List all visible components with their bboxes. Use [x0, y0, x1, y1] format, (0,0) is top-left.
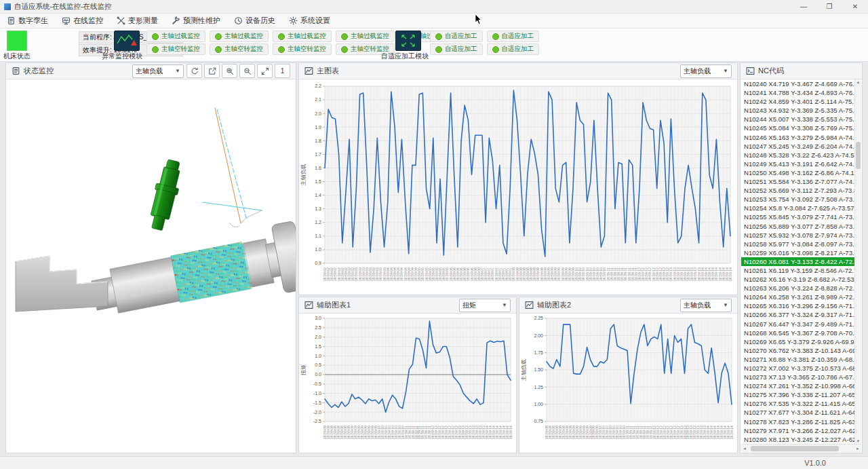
nc-code-line[interactable]: N10259 X6.016 Y-3.098 Z-8.217 A-73.036: [741, 248, 861, 257]
adaptive-machining-button-2[interactable]: 自适应加工: [487, 31, 540, 42]
svg-text:-1.0: -1.0: [313, 391, 321, 396]
nc-code-line[interactable]: N10270 X6.762 Y-3.383 Z-10.143 A-69.34: [741, 346, 861, 355]
scroll-left-icon[interactable]: ◂: [741, 445, 748, 452]
nc-code-line[interactable]: N10277 X7.677 Y-3.304 Z-11.621 A-64.48: [741, 408, 861, 417]
menu-item-device-history[interactable]: 设备历史: [234, 16, 275, 26]
left-panel-signal-dropdown[interactable]: 主轴负载▼: [132, 64, 184, 78]
chevron-down-icon: ▼: [175, 68, 180, 74]
scrollbar-thumb[interactable]: [856, 142, 861, 169]
zoom-out-button[interactable]: [239, 64, 255, 78]
zoom-in-button[interactable]: [222, 64, 237, 78]
nc-code-line[interactable]: N10240 X4.719 Y-3.467 Z-4.669 A-76.396: [741, 79, 861, 88]
nc-code-line[interactable]: N10269 X6.65 Y-3.379 Z-9.926 A-69.947 C: [741, 337, 861, 346]
close-button[interactable]: ✕: [842, 0, 868, 13]
nc-code-line[interactable]: N10280 X8.123 Y-3.245 Z-12.227 A-62.23: [741, 435, 861, 444]
nc-code-line[interactable]: N10261 X6.119 Y-3.159 Z-8.546 A-72.701: [741, 266, 861, 275]
svg-text:0.0: 0.0: [315, 372, 321, 377]
svg-text:-0.5: -0.5: [313, 381, 321, 386]
nc-code-line[interactable]: N10253 X5.754 Y-3.092 Z-7.508 A-73.677: [741, 195, 861, 204]
aux1-chart-panel: 辅助图表1 扭矩▼ -2.5-2.0-1.5-1.0-0.50.00.51.01…: [298, 297, 517, 453]
menu-item-deformation-measure[interactable]: 变形测量: [117, 16, 158, 26]
menu-item-online-monitoring[interactable]: 在线监控: [62, 16, 103, 26]
aux1-signal-dropdown[interactable]: 扭矩▼: [459, 299, 511, 312]
nc-code-line[interactable]: N10257 X5.932 Y-3.078 Z-7.974 A-73.243: [741, 231, 861, 240]
nc-code-line[interactable]: N10279 X7.971 Y-3.266 Z-12.027 A-62.98: [741, 426, 861, 435]
nc-code-line[interactable]: N10278 X7.823 Y-3.286 Z-11.825 A-63.73: [741, 417, 861, 426]
nc-code-line[interactable]: N10260 X6.081 Y-3.133 Z-8.422 A-72.835: [741, 257, 861, 266]
nc-code-panel: NC代码 N10240 X4.719 Y-3.467 Z-4.669 A-76.…: [740, 62, 863, 453]
adaptive-machining-button-1[interactable]: 自适应加工: [430, 31, 483, 42]
adaptive-machining-button-2[interactable]: 自适应加工: [487, 43, 540, 55]
status-dot-icon: [152, 46, 159, 53]
scroll-up-icon[interactable]: ▲: [855, 79, 861, 86]
nc-code-line[interactable]: N10246 X5.163 Y-3.279 Z-5.984 A-74.892: [741, 133, 861, 142]
nc-code-line[interactable]: N10271 X6.88 Y-3.381 Z-10.359 A-68.711: [741, 355, 861, 364]
status-dot-icon: [492, 46, 499, 53]
spindle-idle-button-2[interactable]: 主轴空转监控: [210, 43, 269, 55]
history-icon: [234, 16, 243, 25]
nc-code-line[interactable]: N10243 X4.932 Y-3.369 Z-5.335 A-75.523: [741, 106, 861, 115]
nc-code-line[interactable]: N10273 X7.13 Y-3.365 Z-10.786 A-67.372: [741, 373, 861, 381]
machine-status-indicator: [7, 31, 27, 51]
nc-code-line[interactable]: N10245 X5.084 Y-3.308 Z-5.769 A-75.088: [741, 124, 861, 132]
nc-vertical-scrollbar[interactable]: ▲ ▼: [854, 79, 861, 445]
export-button[interactable]: [204, 64, 220, 78]
nc-code-line[interactable]: N10252 X5.669 Y-3.112 Z-7.293 A-73.844: [741, 186, 861, 195]
spindle-idle-button-1[interactable]: 主轴空转监控: [146, 43, 205, 55]
spindle-overload-button-1[interactable]: 主轴过载监控: [146, 31, 205, 42]
aux2-signal-dropdown[interactable]: 主轴负载▼: [680, 299, 732, 312]
status-monitor-panel: 状态监控 主轴负载▼ 1: [5, 62, 296, 453]
nc-code-line[interactable]: N10267 X6.447 Y-3.347 Z-9.489 A-71.055: [741, 320, 861, 329]
nc-code-line[interactable]: N10274 X7.261 Y-3.352 Z-10.998 A-66.67: [741, 381, 861, 390]
aux2-chart[interactable]: 0.751.001.251.501.752.002.2516:59:0816:5…: [519, 314, 737, 453]
scale-1-button[interactable]: 1: [275, 64, 290, 78]
menu-bar: 数字孪生在线监控变形测量预测性维护设备历史系统设置: [0, 14, 868, 29]
nc-code-line[interactable]: N10247 X5.245 Y-3.249 Z-6.204 A-74.701: [741, 142, 861, 151]
status-dot-icon: [215, 33, 222, 40]
nc-code-line[interactable]: N10263 X6.206 Y-3.224 Z-8.828 A-72.33 C: [741, 284, 861, 293]
nc-code-line[interactable]: N10266 X6.377 Y-3.324 Z-9.317 A-71.443: [741, 310, 861, 319]
fit-button[interactable]: [257, 64, 273, 78]
svg-text:1.2: 1.2: [315, 220, 321, 225]
scrollbar-thumb[interactable]: [751, 446, 839, 451]
nc-code-line[interactable]: N10251 X5.584 Y-3.136 Z-7.077 A-74.012: [741, 177, 861, 186]
svg-text:1.5: 1.5: [315, 344, 321, 349]
menu-item-system-settings[interactable]: 系统设置: [289, 16, 330, 26]
minimize-button[interactable]: —: [791, 0, 816, 13]
nc-code-line[interactable]: N10249 X5.413 Y-3.191 Z-6.642 A-74.346: [741, 160, 861, 168]
nc-code-line[interactable]: N10265 X6.316 Y-3.296 Z-9.156 A-71.771: [741, 301, 861, 310]
spindle-overload-button-3[interactable]: 主轴过载监控: [273, 31, 332, 42]
aux1-chart[interactable]: -2.5-2.0-1.5-1.0-0.50.00.51.01.52.02.53.…: [299, 314, 516, 453]
maximize-button[interactable]: ❐: [816, 0, 842, 13]
adaptive-machining-button-1[interactable]: 自适应加工: [430, 43, 483, 55]
nc-horizontal-scrollbar[interactable]: ◂ ▸: [741, 444, 861, 452]
orbit-button[interactable]: [186, 64, 202, 78]
nc-code-line[interactable]: N10254 X5.8 Y-3.084 Z-7.625 A-73.571 C: [741, 204, 861, 212]
nc-code-line[interactable]: N10264 X6.258 Y-3.261 Z-8.989 A-72.072: [741, 293, 861, 301]
nc-code-line[interactable]: N10255 X5.845 Y-3.079 Z-7.741 A-73.458: [741, 212, 861, 221]
nc-code-line[interactable]: N10275 X7.396 Y-3.338 Z-11.207 A-65.95: [741, 390, 861, 399]
nc-code-line[interactable]: N10241 X4.788 Y-3.434 Z-4.893 A-76.062: [741, 88, 861, 97]
main-chart-signal-dropdown[interactable]: 主轴负载▼: [680, 64, 732, 78]
nc-code-line[interactable]: N10276 X7.535 Y-3.322 Z-11.415 A-65.22: [741, 399, 861, 408]
spindle-overload-button-4[interactable]: 主轴过载监控: [336, 31, 395, 42]
menu-item-predictive-maintenance[interactable]: 预测性维护: [172, 16, 220, 26]
menu-item-digital-twin[interactable]: 数字孪生: [7, 16, 48, 26]
nc-code-line[interactable]: N10258 X5.977 Y-3.084 Z-8.097 A-73.138: [741, 240, 861, 248]
svg-text:16:59:14: 16:59:14: [728, 267, 732, 281]
scroll-right-icon[interactable]: ▸: [854, 445, 861, 452]
nc-code-line[interactable]: N10244 X5.007 Y-3.338 Z-5.553 A-75.297: [741, 115, 861, 124]
machine-3d-view[interactable]: [6, 79, 296, 453]
nc-code-line[interactable]: N10242 X4.859 Y-3.401 Z-5.114 A-75.775: [741, 97, 861, 106]
nc-code-line[interactable]: N10248 X5.328 Y-3.22 Z-6.423 A-74.52 C: [741, 151, 861, 160]
nc-code-line[interactable]: N10256 X5.889 Y-3.077 Z-7.858 A-73.348: [741, 222, 861, 231]
spindle-idle-button-3[interactable]: 主轴空转监控: [273, 43, 332, 55]
main-chart[interactable]: 0.91.01.11.21.31.41.51.61.71.81.92.02.12…: [299, 79, 737, 295]
nc-code-line[interactable]: N10250 X5.498 Y-3.162 Z-6.86 A-74.178 C: [741, 168, 861, 177]
nc-code-line[interactable]: N10262 X6.16 Y-3.19 Z-8.682 A-72.534 C: [741, 275, 861, 284]
nc-code-line[interactable]: N10272 X7.002 Y-3.375 Z-10.573 A-68.05: [741, 364, 861, 373]
spindle-overload-button-2[interactable]: 主轴过载监控: [210, 31, 269, 42]
svg-text:0.9: 0.9: [315, 261, 321, 265]
svg-text:16:59:14: 16:59:14: [730, 426, 734, 439]
nc-code-line[interactable]: N10268 X6.545 Y-3.367 Z-9.708 A-70.519: [741, 329, 861, 337]
